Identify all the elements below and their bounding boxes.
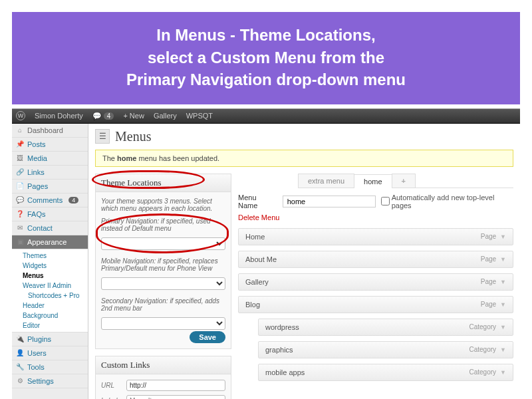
banner-line3: Primary Navigation drop-down menu bbox=[52, 68, 480, 91]
link-icon: 🔗 bbox=[16, 168, 24, 176]
url-label: URL bbox=[101, 382, 121, 389]
save-button[interactable]: Save bbox=[190, 331, 225, 343]
gear-icon: ⚙ bbox=[16, 377, 24, 385]
menu-item[interactable]: GalleryPage▼ bbox=[238, 273, 513, 291]
pin-icon: 📌 bbox=[16, 140, 24, 148]
tab-home[interactable]: home bbox=[354, 174, 392, 188]
menu-name-label: Menu Name bbox=[238, 194, 277, 209]
menu-item-label: wordpress bbox=[265, 323, 299, 331]
menu-item[interactable]: graphicsCategory▼ bbox=[258, 341, 513, 358]
delete-menu-link[interactable]: Delete Menu bbox=[238, 212, 279, 228]
mobile-nav-label: Mobile Navigation: if specified, replace… bbox=[101, 257, 225, 272]
sub-widgets[interactable]: Widgets bbox=[23, 261, 88, 271]
menu-item-label: graphics bbox=[265, 346, 293, 354]
user-icon: 👤 bbox=[16, 349, 24, 357]
primary-nav-select[interactable] bbox=[101, 237, 225, 250]
sidebar-links[interactable]: 🔗Links bbox=[12, 166, 88, 180]
page-title: Menus bbox=[115, 129, 151, 144]
adminbar-gallery[interactable]: Gallery bbox=[154, 112, 177, 120]
comments-bubble[interactable]: 💬 4 bbox=[92, 112, 114, 120]
chevron-down-icon: ▼ bbox=[500, 301, 506, 308]
comment-icon: 💬 bbox=[16, 196, 24, 204]
menu-item-type: Category bbox=[469, 368, 497, 376]
sidebar-tools[interactable]: 🔧Tools bbox=[12, 360, 88, 374]
menu-item[interactable]: About MePage▼ bbox=[238, 251, 513, 268]
menu-item[interactable]: HomePage▼ bbox=[238, 228, 513, 245]
theme-locations-intro: Your theme supports 3 menus. Select whic… bbox=[101, 198, 225, 212]
mobile-nav-select[interactable] bbox=[101, 277, 225, 290]
sidebar-appearance[interactable]: ▣Appearance bbox=[12, 235, 88, 249]
sidebar-contact[interactable]: ✉Contact bbox=[12, 221, 88, 235]
sidebar-posts[interactable]: 📌Posts bbox=[12, 138, 88, 152]
menu-item-label: About Me bbox=[245, 255, 277, 263]
auto-add-checkbox[interactable]: Automatically add new top-level pages bbox=[381, 194, 513, 209]
tab-extra-menu[interactable]: extra menu bbox=[298, 174, 354, 188]
media-icon: 🖼 bbox=[16, 154, 24, 162]
menu-item-type: Page bbox=[481, 301, 496, 308]
secondary-nav-select[interactable] bbox=[101, 317, 225, 330]
menu-item-label: Blog bbox=[245, 301, 260, 309]
sub-editor[interactable]: Editor bbox=[23, 321, 88, 331]
sub-shortcodes[interactable]: Shortcodes + Pro bbox=[23, 291, 88, 301]
content-area: ☰ Menus The home menu has been updated. … bbox=[88, 124, 520, 399]
sidebar-comments[interactable]: 💬Comments4 bbox=[12, 194, 88, 207]
question-icon: ❓ bbox=[16, 210, 24, 218]
secondary-nav-label: Secondary Navigation: if specified, adds… bbox=[101, 297, 225, 312]
menu-item[interactable]: BlogPage▼ bbox=[238, 296, 513, 313]
sidebar-faqs[interactable]: ❓FAQs bbox=[12, 207, 88, 221]
tab-add[interactable]: + bbox=[392, 174, 416, 188]
menu-item-type: Page bbox=[481, 278, 496, 285]
menu-item-type: Category bbox=[469, 346, 497, 353]
sidebar-dashboard[interactable]: ⌂Dashboard bbox=[12, 124, 88, 138]
admin-bar: W Simon Doherty 💬 4 + New Gallery WPSQT bbox=[12, 109, 520, 124]
appearance-icon: ▣ bbox=[16, 238, 24, 246]
sidebar-settings[interactable]: ⚙Settings bbox=[12, 374, 88, 388]
appearance-submenu: Themes Widgets Menus Weaver II Admin Sho… bbox=[12, 249, 88, 332]
sub-weaver[interactable]: Weaver II Admin bbox=[23, 281, 88, 291]
menu-item[interactable]: wordpressCategory▼ bbox=[258, 319, 513, 336]
sidebar-media[interactable]: 🖼Media bbox=[12, 152, 88, 166]
page-header: ☰ Menus bbox=[95, 129, 513, 144]
sub-themes[interactable]: Themes bbox=[23, 251, 88, 261]
primary-nav-label: Primary Navigation: if specified, used i… bbox=[101, 217, 225, 232]
menu-tabs: extra menu home + bbox=[298, 174, 513, 188]
menu-item-type: Page bbox=[481, 255, 496, 263]
sub-background[interactable]: Background bbox=[23, 311, 88, 321]
plugin-icon: 🔌 bbox=[16, 335, 24, 343]
menu-item-type: Page bbox=[481, 233, 496, 240]
menu-item[interactable]: mobile appsCategory▼ bbox=[258, 364, 513, 381]
tool-icon: 🔧 bbox=[16, 363, 24, 371]
page-icon: 📄 bbox=[16, 182, 24, 190]
sidebar-users[interactable]: 👤Users bbox=[12, 346, 88, 360]
site-name[interactable]: Simon Doherty bbox=[35, 112, 83, 120]
chevron-down-icon: ▼ bbox=[500, 233, 506, 240]
chevron-down-icon: ▼ bbox=[500, 256, 506, 263]
menu-item-label: mobile apps bbox=[265, 368, 305, 376]
menu-item-label: Gallery bbox=[245, 278, 269, 286]
sub-menus[interactable]: Menus bbox=[23, 271, 88, 281]
chevron-down-icon: ▼ bbox=[500, 324, 506, 331]
mail-icon: ✉ bbox=[16, 224, 24, 232]
custom-links-heading: Custom Links bbox=[96, 356, 231, 374]
theme-locations-box: Theme Locations Your theme supports 3 me… bbox=[95, 174, 231, 349]
comment-count-badge: 4 bbox=[68, 197, 78, 203]
home-icon: ⌂ bbox=[16, 126, 24, 134]
theme-locations-heading: Theme Locations bbox=[96, 174, 231, 192]
new-button[interactable]: + New bbox=[123, 112, 144, 120]
custom-links-box: Custom Links URL Label bbox=[95, 356, 231, 399]
banner-line1: In Menus - Theme Locations, bbox=[52, 24, 480, 47]
menu-item-type: Category bbox=[469, 323, 497, 331]
adminbar-wpsqt[interactable]: WPSQT bbox=[186, 112, 213, 120]
chevron-down-icon: ▼ bbox=[500, 346, 506, 353]
sub-header[interactable]: Header bbox=[23, 301, 88, 311]
url-input[interactable] bbox=[126, 380, 225, 391]
instruction-banner: In Menus - Theme Locations, select a Cus… bbox=[12, 12, 520, 104]
link-label-input[interactable] bbox=[126, 395, 225, 399]
chevron-down-icon: ▼ bbox=[500, 369, 506, 376]
menu-name-input[interactable] bbox=[283, 196, 376, 207]
sidebar-pages[interactable]: 📄Pages bbox=[12, 180, 88, 194]
chevron-down-icon: ▼ bbox=[500, 279, 506, 285]
sidebar-plugins[interactable]: 🔌Plugins bbox=[12, 332, 88, 346]
menu-item-label: Home bbox=[245, 233, 265, 241]
wordpress-logo-icon[interactable]: W bbox=[16, 111, 25, 120]
